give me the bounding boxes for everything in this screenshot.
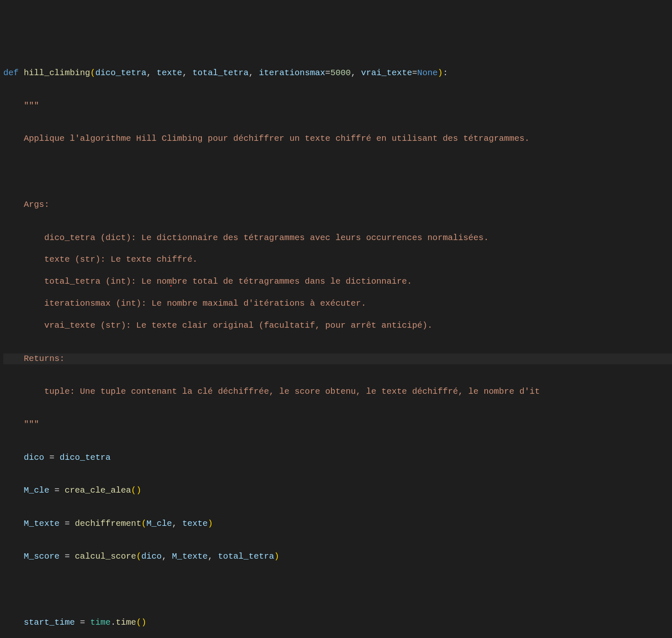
code-line[interactable]: Args: [3,199,672,211]
code-line[interactable]: M_texte = dechiffrement(M_cle, texte) [3,518,672,530]
code-line[interactable]: texte (str): Le texte chiffré. [3,254,672,265]
code-line[interactable] [3,584,672,595]
keyword-def: def [3,68,19,78]
code-line[interactable]: total_tetra (int): Le nombre total de té… [3,276,672,287]
code-line[interactable]: dico_tetra (dict): Le dictionnaire des t… [3,233,672,244]
code-line[interactable]: iterationsmax (int): Le nombre maximal d… [3,298,672,309]
code-line[interactable]: tuple: Une tuple contenant la clé déchif… [3,386,672,398]
code-editor[interactable]: def hill_climbing(dico_tetra, texte, tot… [0,44,672,638]
code-line[interactable]: """ [3,101,672,112]
code-line[interactable]: M_cle = crea_cle_alea() [3,485,672,496]
function-name: hill_climbing [24,68,90,78]
docstring-args-label: Args: [24,200,49,209]
docstring-desc: Applique l'algorithme Hill Climbing pour… [24,134,530,143]
docstring-open: """ [24,101,39,110]
code-line[interactable]: """ [3,419,672,430]
code-line[interactable]: M_score = calcul_score(dico, M_texte, to… [3,551,672,562]
docstring-close: """ [24,420,39,429]
code-line[interactable]: def hill_climbing(dico_tetra, texte, tot… [3,68,672,79]
code-line[interactable] [3,167,672,178]
code-line[interactable]: start_time = time.time() [3,617,672,628]
code-line-highlighted[interactable]: Returns: [3,353,672,365]
code-line[interactable]: vrai_texte (str): Le texte clair origina… [3,320,672,331]
error-marker-icon: • [169,284,172,290]
code-line[interactable]: dico = dico_tetra [3,452,672,464]
code-line[interactable]: Applique l'algorithme Hill Climbing pour… [3,133,672,145]
docstring-returns-label: Returns: [24,354,64,363]
